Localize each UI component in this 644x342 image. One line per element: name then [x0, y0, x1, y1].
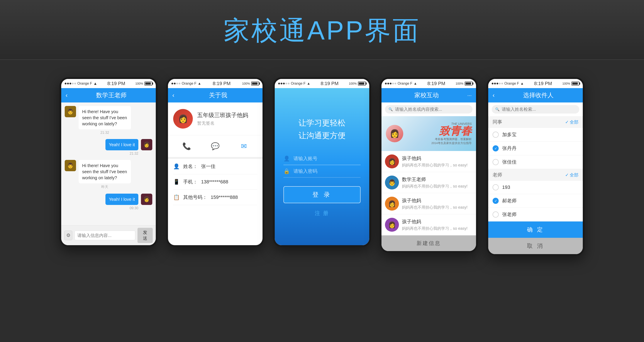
avatar-received-1: 👨 — [65, 106, 76, 117]
recipients-search-input[interactable] — [502, 107, 576, 112]
name-value: 张一佳 — [201, 163, 216, 170]
check-haoteacher[interactable]: ✓ — [492, 198, 499, 204]
back-arrow-chat[interactable]: ‹ — [66, 92, 68, 99]
interaction-item-1[interactable]: 👨 数学王老师 妈妈再也不用担心我的学习，so easy! — [382, 172, 476, 193]
new-message-button[interactable]: 新建信息 — [382, 235, 476, 251]
chat-action-icon[interactable]: 💬 — [209, 140, 222, 153]
all-label-teachers: 全部 — [570, 172, 578, 178]
chat-input[interactable] — [74, 231, 135, 240]
username-input[interactable] — [294, 156, 360, 162]
status-time-profile: 8:19 PM — [213, 81, 230, 86]
profile-name: 五年级三班孩子他妈 — [197, 111, 248, 119]
interaction-item-0[interactable]: 👩 孩子他妈 妈妈再也不用担心我的学习，so easy! — [382, 151, 476, 172]
interaction-more[interactable]: ··· — [467, 92, 472, 98]
check-all-colleagues[interactable]: ✓ 全部 — [565, 119, 578, 125]
back-arrow-profile[interactable]: ‹ — [172, 92, 174, 99]
check-zhangteacher[interactable] — [492, 211, 499, 218]
battery-icon-p — [251, 82, 259, 85]
search-icon-rec: 🔍 — [495, 107, 500, 111]
interaction-title: 家校互动 — [386, 91, 467, 99]
lock-icon: 🔒 — [284, 168, 290, 174]
recipient-haoteacher[interactable]: ✓ 郝老师 — [488, 194, 583, 208]
header-section: 家校通APP界面 — [0, 0, 644, 60]
check-zhangjiaajia[interactable] — [492, 159, 499, 165]
ia-msg-2: 妈妈再也不用担心我的学习，so easy! — [402, 205, 472, 210]
chat-title: 数学王老师 — [71, 91, 152, 99]
ia-msg-0: 妈妈再也不用担心我的学习，so easy! — [402, 163, 472, 168]
interaction-search-wrap: 🔍 — [385, 105, 472, 114]
phone-label: 手机： — [183, 179, 198, 185]
interaction-item-2[interactable]: 👩 孩子他妈 妈妈再也不用担心我的学习，so easy! — [382, 193, 476, 214]
chat-header-bar: ‹ 数学王老师 — [61, 88, 156, 102]
colleagues-list: 加多宝 ✓ 张丹丹 张佳佳 — [488, 128, 583, 169]
login-slogan: 让学习更轻松 让沟通更方便 — [298, 117, 346, 142]
name-zhangjiaajia: 张佳佳 — [502, 159, 516, 165]
msg-block-1: Hi there! Have you seen the stuff I've b… — [79, 106, 131, 135]
ia-info-2: 孩子他妈 妈妈再也不用担心我的学习，so easy! — [402, 197, 472, 210]
name-haoteacher: 郝老师 — [502, 197, 516, 204]
confirm-button[interactable]: 确 定 — [488, 221, 583, 238]
gear-button[interactable]: ⚙ — [64, 231, 72, 240]
interaction-search-input[interactable] — [395, 107, 469, 112]
recipient-jiaduobao[interactable]: 加多宝 — [488, 128, 583, 142]
phone-action-icon[interactable]: 📞 — [180, 140, 193, 153]
chat-message-received-1: 👨 Hi there! Have you seen the stuff I've… — [65, 106, 152, 135]
status-bar-interaction: Orange F ▲ 8:19 PM 100% — [382, 79, 476, 88]
checkmark-colleagues: ✓ — [565, 119, 569, 125]
interaction-header-bar: 家校互动 ··· — [382, 88, 476, 102]
login-button[interactable]: 登 录 — [284, 186, 360, 203]
profile-info-name: 👤 姓名： 张一佳 — [173, 159, 257, 174]
carrier-text: Orange F — [77, 82, 92, 85]
other-icon: 📋 — [173, 194, 180, 200]
status-time-chat: 8:19 PM — [108, 81, 125, 86]
banner-big-text: 致青春 — [431, 126, 472, 136]
cancel-button[interactable]: 取 消 — [488, 238, 583, 254]
interaction-item-3[interactable]: 👩 孩子他妈 妈妈再也不用担心我的学习，so easy! — [382, 214, 476, 235]
slogan-line2: 让沟通更方便 — [298, 129, 346, 142]
status-time-rec: 8:19 PM — [534, 81, 552, 86]
back-arrow-recipients[interactable]: ‹ — [492, 92, 494, 99]
recipient-zhangteacher[interactable]: 张老师 — [488, 208, 583, 221]
name-193: 193 — [502, 184, 510, 190]
login-screen: 让学习更轻松 让沟通更方便 👤 🔒 登 录 注 册 — [275, 88, 369, 245]
all-label-colleagues: 全部 — [570, 119, 578, 125]
recipient-193[interactable]: 193 — [488, 181, 583, 194]
msg-bubble-1: Hi there! Have you seen the stuff I've b… — [79, 106, 131, 130]
status-bar-profile: Orange F ▲ 8:19 PM 100% — [168, 79, 262, 88]
main-title: 家校通APP界面 — [0, 13, 644, 48]
send-button[interactable]: 发送 — [138, 228, 153, 243]
dot2 — [67, 83, 69, 84]
ia-msg-3: 妈妈再也不用担心我的学习，so easy! — [402, 226, 472, 231]
msg-block-sent-1: Yeah! I love it 21:32 — [106, 139, 138, 156]
check-jiaduobao[interactable] — [492, 132, 499, 138]
interaction-search-row: 🔍 — [382, 102, 476, 116]
status-time-login: 8:19 PM — [321, 81, 338, 86]
register-button[interactable]: 注 册 — [315, 210, 330, 217]
check-all-teachers[interactable]: ✓ 全部 — [565, 172, 578, 178]
ia-avatar-0: 👩 — [385, 155, 399, 169]
msg-time-1: 21:32 — [79, 131, 131, 135]
ia-name-2: 孩子他妈 — [402, 197, 472, 204]
status-right: 100% — [135, 82, 152, 85]
battery-pct-p: 100% — [242, 82, 250, 85]
phone-value: 138******688 — [201, 179, 228, 185]
slogan-line1: 让学习更轻松 — [298, 117, 346, 129]
status-bar-recipients: Orange F ▲ 8:19 PM 100% — [488, 79, 583, 88]
check-zhangdandan[interactable]: ✓ — [492, 145, 499, 152]
ia-name-0: 孩子他妈 — [402, 155, 472, 162]
recipient-zhangjiaajia[interactable]: 张佳佳 — [488, 155, 583, 169]
password-input[interactable] — [294, 169, 360, 174]
status-right-p: 100% — [242, 82, 259, 85]
interaction-list: 👩 孩子他妈 妈妈再也不用担心我的学习，so easy! 👨 数学王老师 妈妈再… — [382, 151, 476, 235]
ia-msg-1: 妈妈再也不用担心我的学习，so easy! — [402, 184, 472, 189]
avatar-received-2: 👨 — [65, 160, 76, 171]
dot1 — [65, 83, 66, 84]
recipient-zhangdandan[interactable]: ✓ 张丹丹 — [488, 142, 583, 155]
msg-time-sent-1: 21:32 — [130, 152, 138, 156]
check-193[interactable] — [492, 184, 499, 190]
ia-info-1: 数学王老师 妈妈再也不用担心我的学习，so easy! — [402, 176, 472, 189]
profile-sub: 暂无签名 — [197, 120, 248, 126]
mail-action-icon[interactable]: ✉ — [237, 140, 250, 153]
battery-icon — [144, 82, 152, 85]
chat-message-received-2: 👨 Hi there! Have you seen the stuff I've… — [65, 160, 152, 189]
